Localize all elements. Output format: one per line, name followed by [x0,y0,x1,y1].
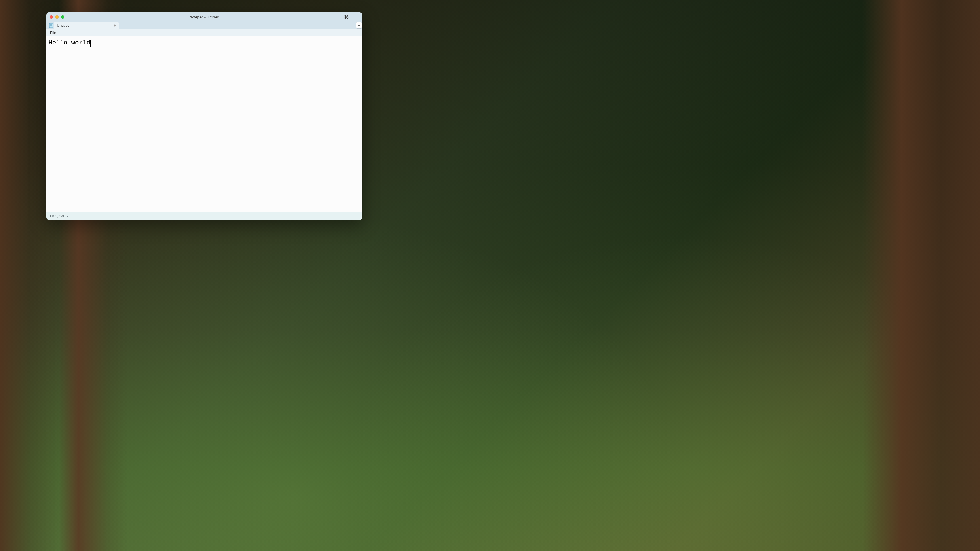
editor-content: Hello world [48,40,90,46]
svg-point-1 [356,17,356,17]
minimize-button[interactable] [55,15,59,19]
more-options-icon[interactable] [353,14,359,20]
tab-untitled[interactable]: Untitled [54,22,119,29]
text-editor[interactable]: Hello world [46,36,363,212]
extensions-icon[interactable] [344,14,349,20]
notepad-app-icon [48,22,54,29]
window-controls [49,15,64,19]
svg-point-2 [356,18,356,18]
text-cursor [91,40,91,47]
titlebar: Notepad - Untitled [46,13,363,22]
new-tab-plus-icon: + [358,23,360,27]
tab-bar: Untitled + [46,22,363,29]
svg-rect-3 [49,23,53,28]
maximize-button[interactable] [61,15,64,19]
cursor-position: Ln 1, Col 12 [50,214,68,218]
new-tab-button[interactable]: + [356,22,362,29]
status-bar: Ln 1, Col 12 [46,212,363,220]
window-title: Notepad - Untitled [189,15,219,19]
tab-modified-indicator[interactable] [114,24,116,26]
titlebar-actions [344,14,359,20]
file-menu[interactable]: File [49,30,57,35]
tab-label: Untitled [57,23,70,27]
menu-bar: File [46,29,363,36]
svg-point-0 [356,15,356,16]
close-button[interactable] [49,15,53,19]
notepad-window: Notepad - Untitled [46,13,363,220]
